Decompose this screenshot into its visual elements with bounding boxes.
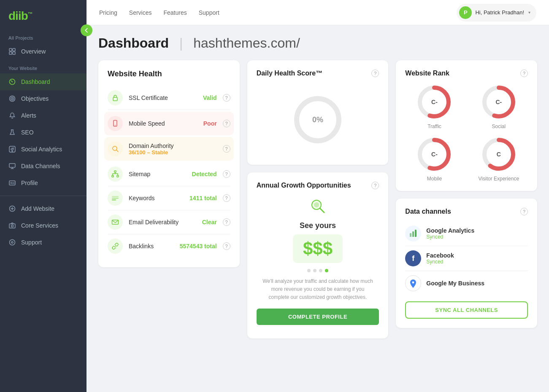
ag-header: Annual Growth Opportunities ? [257,182,379,189]
camera-icon [8,222,16,229]
monitor-icon [8,162,16,170]
flask-icon [8,129,16,136]
domain-authority-icon [108,141,123,156]
mobile-speed-help[interactable]: ? [223,120,230,127]
domain-help[interactable]: ? [223,145,230,153]
email-help[interactable]: ? [223,218,230,226]
services-link[interactable]: Services [129,9,152,16]
sidebar-item-core-services[interactable]: Core Services [0,217,87,234]
dhs-title: Daily Health Score™ [257,70,323,77]
wr-mobile-item: C- Mobile [405,135,463,182]
wr-social-item: C- Social [470,83,528,129]
complete-profile-button[interactable]: COMPLETE PROFILE [257,309,379,325]
dc-help[interactable]: ? [520,208,528,215]
wh-ssl-item: SSL Certificate Valid ? [108,86,230,110]
sidebar-item-overview[interactable]: Overview [0,43,87,60]
pricing-link[interactable]: Pricing [99,9,117,16]
sidebar-social-analytics-label: Social Analytics [21,146,62,153]
wh-keywords-item: Keywords 1411 total ? [108,186,230,210]
svg-rect-2 [9,52,12,54]
sidebar-item-data-channels[interactable]: Data Channels [0,158,87,175]
dc-facebook-item: f Facebook Synced [405,246,528,271]
sidebar-item-add-website[interactable]: Add Website [0,200,87,217]
sidebar-data-channels-label: Data Channels [21,163,60,169]
gmb-icon [405,275,421,291]
keywords-help[interactable]: ? [223,194,230,202]
svg-point-38 [314,202,319,207]
wh-sitemap-item: Sitemap Detected ? [108,162,230,186]
svg-rect-3 [13,52,15,54]
fb-info: Facebook Synced [426,252,454,265]
sidebar-profile-label: Profile [21,180,38,186]
ag-description: We'll analyze your traffic and calculate… [257,277,379,302]
domain-authority-text: Domain Authority 36/100 – Stable [129,142,217,156]
sidebar-item-seo[interactable]: SEO [0,124,87,141]
wr-grid: C- Traffic C- [405,83,528,182]
dhs-help[interactable]: ? [371,70,379,77]
fb-status: Synced [426,259,454,265]
svg-point-20 [11,225,14,227]
mobile-speed-value: Poor [203,120,217,127]
sidebar-item-objectives[interactable]: Objectives [0,90,87,107]
svg-rect-0 [9,48,12,51]
bell-icon [8,112,16,119]
backlinks-help[interactable]: ? [223,242,230,250]
dc-header: Data channels ? [405,208,528,215]
dc-gmb-item: Google My Business [405,271,528,295]
main-content: Pricing Services Features Support P Hi, … [87,0,549,392]
ssl-icon [108,90,123,105]
sidebar-support-label: Support [21,239,42,246]
sidebar-item-social-analytics[interactable]: Social Analytics [0,141,87,158]
sync-all-channels-button[interactable]: SYNC ALL CHANNELS [405,301,528,319]
sidebar-toggle[interactable] [81,24,92,36]
ssl-label: SSL Certificate [129,94,197,101]
speedometer-icon [8,78,16,86]
website-rank-card: Website Rank ? C- [396,60,537,191]
sidebar-alerts-label: Alerts [21,112,36,119]
ag-dot-1[interactable] [307,269,311,272]
features-link[interactable]: Features [163,9,187,16]
wh-domain-authority-item: Domain Authority 36/100 – Stable ? [104,137,234,161]
donut-container: 0% [257,84,379,156]
ag-dot-2[interactable] [313,269,316,272]
sitemap-help[interactable]: ? [223,170,230,178]
keywords-label: Keywords [129,195,184,201]
backlinks-icon [108,239,123,254]
wr-help[interactable]: ? [520,70,528,77]
svg-point-25 [115,125,116,126]
svg-rect-10 [9,146,15,152]
wh-email-item: Email Deliverability Clear ? [108,210,230,234]
email-icon [108,215,123,230]
sidebar-item-dashboard[interactable]: Dashboard [0,73,87,90]
dhs-header: Daily Health Score™ ? [257,70,379,77]
svg-rect-12 [9,181,15,185]
sitemap-value: Detected [192,171,217,177]
target-icon [8,95,16,102]
sidebar-item-support[interactable]: Support [0,234,87,251]
ssl-help[interactable]: ? [223,94,230,102]
user-badge[interactable]: P Hi, Patrick Pradhan! ▾ [457,4,536,21]
ag-dot-4[interactable] [325,269,328,272]
ag-dot-3[interactable] [319,269,322,272]
mobile-label: Mobile [427,176,442,182]
sidebar-overview-label: Overview [21,48,46,55]
wr-header: Website Rank ? [405,70,528,77]
wr-visitor-item: C Visitor Experience [470,135,528,182]
keywords-value: 1411 total [189,195,217,201]
fb-icon: f [405,250,421,266]
gmb-info: Google My Business [426,280,484,287]
svg-rect-1 [13,48,15,51]
sidebar: diib™ All Projects Overview Your Website… [0,0,87,392]
wr-traffic-item: C- Traffic [405,83,463,129]
sidebar-item-alerts[interactable]: Alerts [0,107,87,124]
mobile-donut: C- [415,135,453,173]
keywords-icon [108,191,123,206]
ga-icon [405,226,421,242]
daily-health-score-card: Daily Health Score™ ? 0% [247,60,389,165]
svg-point-21 [10,240,15,245]
ag-help[interactable]: ? [371,182,379,189]
svg-rect-50 [415,230,416,237]
support-link[interactable]: Support [199,9,219,16]
social-label: Social [492,124,506,129]
sidebar-item-profile[interactable]: Profile [0,175,87,191]
